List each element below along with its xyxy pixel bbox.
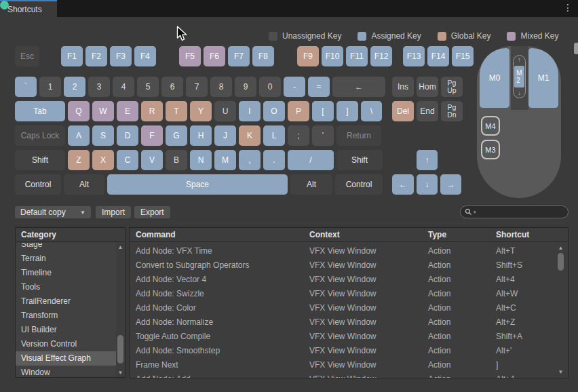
key-S[interactable]: S [92,125,114,146]
key-8[interactable]: 8 [210,77,232,97]
key-Control[interactable]: Control [15,174,61,195]
category-item-transform[interactable]: Transform [16,309,125,323]
key-F7[interactable]: F7 [228,46,250,66]
category-item-visual-effect-graph[interactable]: Visual Effect Graph [16,351,116,366]
category-scrollbar-thumb[interactable] [117,335,123,364]
key-B[interactable]: B [166,150,187,170]
column-command[interactable]: Command [136,228,176,242]
export-button[interactable]: Export [134,206,170,218]
category-item-terrain[interactable]: Terrain [16,252,125,266]
key-7[interactable]: 7 [186,77,208,97]
table-row[interactable]: Frame NextVFX View WindowAction] [130,358,568,372]
key-D[interactable]: D [117,125,138,146]
key-/[interactable]: / [288,150,334,170]
key-F6[interactable]: F6 [204,46,225,66]
key-1[interactable]: 1 [39,77,61,97]
key-Space[interactable]: Space [107,174,288,195]
mouse-button-m1[interactable]: M1 [528,48,558,108]
mouse-button-m3[interactable]: M3 [481,140,500,159]
key-↓[interactable]: ↓ [417,174,438,195]
key-N[interactable]: N [190,150,212,170]
table-scrollbar[interactable]: ▲ ▼ [556,243,565,376]
key-R[interactable]: R [141,101,163,121]
table-row[interactable]: Add Node: AddVFX View WindowActionAlt+A [130,372,568,378]
key-\[interactable]: \ [361,101,382,121]
key-5[interactable]: 5 [137,77,159,97]
category-item-window[interactable]: Window [16,366,125,377]
key-Esc[interactable]: Esc [15,46,39,66]
key-2[interactable]: 2 [64,77,85,97]
import-button[interactable]: Import [96,206,131,218]
table-row[interactable]: Add Node: Vector 4VFX View WindowActionA… [130,273,568,287]
key-[[interactable]: [ [312,101,334,121]
key-][interactable]: ] [336,101,358,121]
category-scrollbar[interactable]: ▲ ▼ [116,243,125,377]
category-item-stage[interactable]: Stage [16,243,125,252]
key-J[interactable]: J [214,125,236,146]
scroll-down-icon[interactable]: ▼ [116,368,125,377]
key-Y[interactable]: Y [190,101,212,121]
key-X[interactable]: X [92,150,114,170]
key-Return[interactable]: Return [336,125,381,146]
key-F8[interactable]: F8 [252,46,274,66]
mouse-button-m0[interactable]: M0 [480,48,509,108]
key-F1[interactable]: F1 [61,46,83,66]
key-E[interactable]: E [117,101,138,121]
key-.[interactable]: . [263,150,285,170]
key-↑[interactable]: ↑ [417,150,438,170]
mouse-button-m4[interactable]: M4 [481,116,500,136]
key-F13[interactable]: F13 [403,46,425,66]
key-F[interactable]: F [141,125,163,146]
category-item-tools[interactable]: Tools [16,280,125,294]
key-Pg-Dn[interactable]: Pg Dn [441,101,463,121]
key-←[interactable]: ← [332,77,385,97]
scroll-down-icon[interactable]: ▼ [556,368,565,376]
key-L[interactable]: L [263,125,285,146]
mouse-button-m2[interactable]: M 2 [514,66,524,87]
key-G[interactable]: G [166,125,187,146]
key-9[interactable]: 9 [235,77,256,97]
category-item-trailrenderer[interactable]: TrailRenderer [16,294,125,309]
column-context[interactable]: Context [309,228,340,242]
category-item-ui-builder[interactable]: UI Builder [16,323,125,337]
key-F9[interactable]: F9 [297,46,319,66]
key-T[interactable]: T [166,101,187,121]
category-item-version-control[interactable]: Version Control [16,337,125,351]
key-F14[interactable]: F14 [427,46,449,66]
key-=[interactable]: = [308,77,330,97]
table-row[interactable]: Add Node: NormalizeVFX View WindowAction… [130,315,568,330]
key-'[interactable]: ' [312,125,334,146]
search-field[interactable]: ▾ [460,205,569,218]
key-H[interactable]: H [190,125,212,146]
kebab-menu-icon[interactable]: ⋮ [563,2,573,13]
key-Del[interactable]: Del [392,101,414,121]
table-row[interactable]: Add Node: ColorVFX View WindowActionAlt+… [130,301,568,315]
key-0[interactable]: 0 [259,77,281,97]
key-`[interactable]: ` [15,77,37,97]
table-row[interactable]: Add Node: SmoothstepVFX View WindowActio… [130,344,568,358]
key-Pg-Up[interactable]: Pg Up [441,77,463,97]
key-A[interactable]: A [68,125,90,146]
key-Ins[interactable]: Ins [392,77,414,97]
table-row[interactable]: Toggle Auto CompileVFX View WindowAction… [130,330,568,344]
key-P[interactable]: P [288,101,309,121]
key-Control[interactable]: Control [335,174,383,195]
key-4[interactable]: 4 [113,77,134,97]
key-F5[interactable]: F5 [179,46,201,66]
key-;[interactable]: ; [288,125,309,146]
key-F2[interactable]: F2 [85,46,107,66]
search-input[interactable] [478,208,564,217]
key-Z[interactable]: Z [68,150,90,170]
key-→[interactable]: → [440,174,461,195]
key-Hom[interactable]: Hom [417,77,438,97]
table-row[interactable]: Convert to Subgraph OperatorsVFX View Wi… [130,258,568,273]
key-V[interactable]: V [141,150,163,170]
key-Alt[interactable]: Alt [290,174,332,195]
key--[interactable]: - [284,77,305,97]
table-row[interactable]: Add Node: SwizzleVFX View WindowActionAl… [130,287,568,301]
key-O[interactable]: O [263,101,285,121]
key-U[interactable]: U [214,101,236,121]
table-row[interactable]: Add Node: VFX TimeVFX View WindowActionA… [130,244,568,258]
column-type[interactable]: Type [428,228,446,242]
key-Alt[interactable]: Alt [64,174,104,195]
